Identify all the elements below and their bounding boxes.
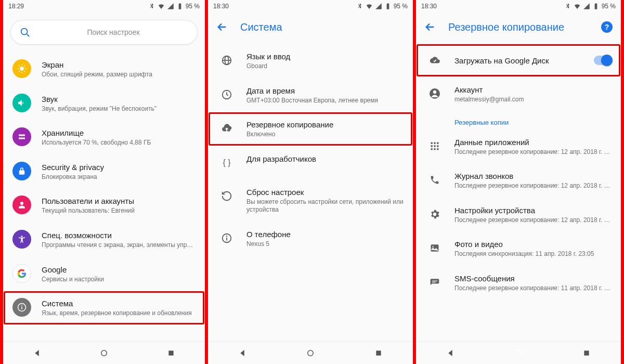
svg-point-0 (21, 29, 28, 35)
help-icon[interactable]: ? (601, 21, 613, 33)
signal-icon (583, 3, 590, 10)
status-bar: 18:30 95 % (208, 0, 413, 12)
svg-point-18 (227, 236, 227, 237)
item-title: Дата и время (246, 86, 404, 96)
backup-item-device-settings[interactable]: Настройки устройстваПоследнее резервное … (416, 198, 621, 232)
svg-rect-23 (431, 142, 433, 144)
volume-icon (17, 98, 27, 108)
settings-item-storage[interactable]: ХранилищеИспользуется 70 %, свободно 4,8… (3, 120, 205, 154)
back-icon[interactable] (216, 21, 228, 33)
toggle-label: Загружать на Google Диск (454, 56, 583, 66)
clock-icon (221, 89, 232, 100)
settings-item-security[interactable]: Security & privacyБлокировка экрана (3, 154, 205, 189)
system-item-language[interactable]: Язык и вводGboard (208, 44, 413, 78)
status-battery: 95 % (602, 3, 616, 10)
svg-point-2 (20, 67, 24, 71)
item-sub: Gboard (246, 62, 404, 71)
settings-item-accessibility[interactable]: Спец. возможностиПрограммы чтения с экра… (3, 223, 205, 257)
back-icon[interactable] (424, 21, 436, 33)
item-sub: Обои, спящий режим, размер шрифта (42, 71, 196, 79)
system-item-about[interactable]: О телефонеNexus 5 (208, 222, 413, 256)
braces-icon: { } (217, 153, 236, 172)
battery-icon (384, 3, 392, 10)
status-bar: 18:30 95 % (416, 0, 621, 12)
backup-item-photos[interactable]: Фото и видеоПоследняя синхронизация: 11 … (416, 231, 621, 266)
item-sub: Включено (246, 131, 404, 139)
signal-icon (375, 3, 382, 10)
svg-point-36 (516, 350, 522, 356)
item-title: Google (42, 265, 196, 275)
nav-home[interactable] (513, 348, 524, 358)
nav-back[interactable] (445, 348, 456, 358)
nav-back[interactable] (237, 348, 248, 358)
image-icon (430, 243, 440, 253)
svg-rect-37 (584, 350, 589, 355)
svg-rect-25 (437, 142, 438, 144)
svg-rect-30 (434, 148, 435, 150)
item-sub: Блокировка экрана (42, 173, 196, 181)
nav-recent[interactable] (166, 348, 176, 358)
settings-item-users[interactable]: Пользователи и аккаунтыТекущий пользоват… (3, 188, 205, 223)
info-icon (221, 232, 232, 244)
backup-toggle-row[interactable]: Загружать на Google Диск (416, 44, 621, 77)
item-sub: Текущий пользователь: Евгений (42, 207, 196, 215)
system-item-developer[interactable]: { } Для разработчиков (208, 146, 413, 179)
backup-list: Загружать на Google Диск Аккаунтmetalmes… (416, 42, 621, 341)
system-list: Язык и вводGboard Дата и времяGMT+03:00 … (208, 42, 413, 341)
settings-item-sound[interactable]: ЗвукЗвук, вибрация, режим "Не беспокоить… (3, 86, 205, 121)
google-icon (17, 268, 27, 279)
phone-icon (430, 175, 440, 185)
accessibility-icon (17, 235, 27, 244)
battery-icon (176, 3, 184, 10)
nav-back[interactable] (32, 348, 42, 358)
bluetooth-icon (148, 3, 155, 10)
app-bar: Система (208, 12, 413, 42)
item-title: Пользователи и аккаунты (42, 197, 196, 206)
search-icon (19, 27, 31, 38)
svg-point-22 (433, 90, 436, 94)
status-bar: 18:29 95 % (3, 0, 205, 12)
system-item-datetime[interactable]: Дата и времяGMT+03:00 Восточная Европа, … (208, 78, 413, 112)
status-time: 18:30 (421, 3, 437, 10)
search-wrap: Поиск настроек (3, 12, 205, 50)
svg-rect-31 (437, 148, 438, 150)
nav-home[interactable] (99, 348, 109, 358)
upload-switch[interactable] (594, 56, 612, 65)
backup-item-sms[interactable]: SMS-сообщенияПоследнее резервное копиров… (416, 266, 621, 300)
item-title: Система (42, 299, 196, 308)
svg-point-33 (432, 246, 434, 248)
system-item-reset[interactable]: Сброс настроекВы можете сбросить настрой… (208, 179, 413, 222)
person-icon (17, 200, 27, 210)
svg-point-5 (20, 202, 23, 205)
item-title: О телефоне (246, 230, 404, 239)
account-icon (428, 87, 441, 100)
item-sub: Последнее резервное копирование: 12 апр.… (454, 148, 612, 157)
status-time: 18:30 (213, 3, 229, 10)
app-bar: Резервное копирование ? (416, 12, 621, 42)
item-title: Сброс настроек (246, 188, 404, 197)
nav-bar (208, 341, 413, 364)
item-sub: Сервисы и настройки (42, 276, 196, 284)
item-sub: Последняя синхронизация: 11 апр. 2018 г.… (454, 250, 612, 258)
backup-account-row[interactable]: Аккаунтmetalmessiy@gmail.com (416, 77, 621, 111)
settings-item-system[interactable]: СистемаЯзык, время, резервное копировани… (3, 291, 205, 325)
backup-item-apps[interactable]: Данные приложенийПоследнее резервное коп… (416, 129, 621, 164)
system-item-backup[interactable]: Резервное копированиеВключено (208, 112, 413, 146)
signal-icon (167, 3, 174, 10)
search-input[interactable]: Поиск настроек (10, 20, 198, 45)
item-sub: metalmessiy@gmail.com (454, 96, 612, 104)
svg-rect-35 (432, 282, 436, 282)
brightness-icon (17, 64, 27, 73)
item-sub: Последнее резервное копирование: 12 апр.… (454, 216, 612, 225)
nav-recent[interactable] (373, 348, 384, 358)
svg-rect-8 (21, 307, 22, 309)
cloud-upload-icon (221, 123, 232, 134)
gear-icon (429, 209, 440, 220)
nav-recent[interactable] (581, 348, 592, 358)
nav-home[interactable] (305, 348, 316, 358)
item-sub: Последнее резервное копирование: 11 апр.… (454, 284, 612, 293)
settings-item-google[interactable]: GoogleСервисы и настройки (3, 257, 205, 291)
phone-settings: 18:29 95 % Поиск настроек ЭкранОбои, спя… (0, 0, 208, 364)
settings-item-display[interactable]: ЭкранОбои, спящий режим, размер шрифта (3, 52, 205, 86)
backup-item-calls[interactable]: Журнал звонковПоследнее резервное копиро… (416, 163, 621, 198)
